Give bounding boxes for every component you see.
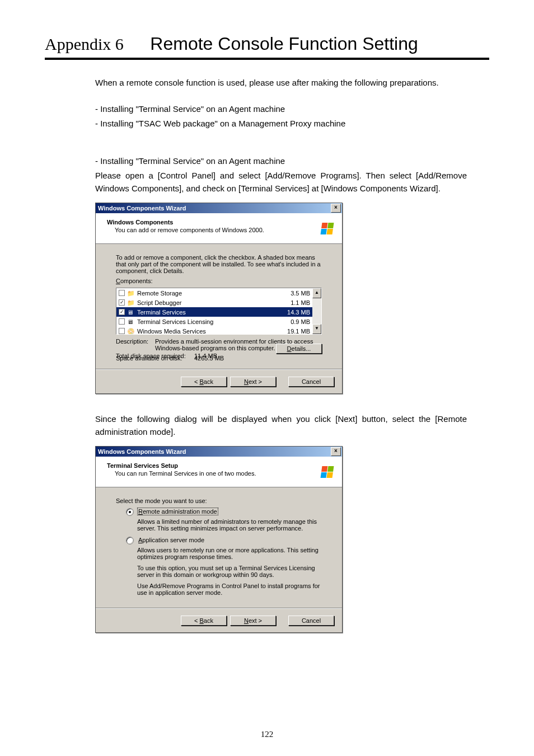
radio-button[interactable]	[126, 537, 134, 544]
intro-paragraph: When a remote console function is used, …	[95, 77, 467, 90]
folder-icon: 📁	[127, 290, 135, 297]
scrollbar-track[interactable]	[312, 298, 321, 324]
dialog-content: Select the mode you want to use: Remote …	[96, 487, 342, 608]
dialog-banner: Windows Components You can add or remove…	[96, 213, 342, 244]
item-size: 3.5 MB	[282, 290, 310, 297]
radio-description: Allows users to remotely run one or more…	[137, 547, 322, 560]
banner-subtitle: You can run Terminal Services in one of …	[115, 470, 314, 477]
section-paragraph: Please open a [Control Panel] and select…	[95, 170, 467, 195]
components-listbox[interactable]: 📁 Remote Storage 3.5 MB ✓ 📁 Script Debug…	[116, 288, 322, 335]
wizard-dialog-2: Windows Components Wizard × Terminal Ser…	[95, 446, 343, 633]
cancel-button[interactable]: Cancel	[288, 616, 334, 626]
back-button[interactable]: < Back	[181, 377, 227, 387]
page-heading: Appendix 6 Remote Console Function Setti…	[45, 34, 489, 60]
list-item[interactable]: 📁 Remote Storage 3.5 MB	[116, 288, 312, 298]
radio-button[interactable]	[126, 508, 134, 516]
bullet-1: - Installing "Terminal Service" on an Ag…	[95, 103, 467, 116]
scroll-down-icon[interactable]: ▼	[312, 324, 321, 334]
banner-title: Windows Components	[107, 219, 314, 226]
dialog-title: Windows Components Wizard	[98, 205, 186, 212]
media-icon: 📀	[127, 328, 135, 335]
components-label: Components:	[116, 278, 322, 284]
item-name: Terminal Services	[137, 309, 282, 316]
radio-label: Application server mode	[137, 536, 205, 544]
scroll-up-icon[interactable]: ▲	[312, 288, 321, 298]
dialog-banner: Terminal Services Setup You can run Term…	[96, 457, 342, 487]
next-button[interactable]: Next >	[230, 377, 276, 387]
checkbox[interactable]	[119, 290, 125, 296]
item-name: Windows Media Services	[137, 328, 282, 335]
bullet-2: - Installing "TSAC Web package" on a Man…	[95, 118, 467, 130]
checkbox[interactable]	[119, 318, 125, 325]
checkbox[interactable]	[119, 328, 125, 334]
terminal-icon: 🖥	[127, 309, 135, 316]
radio-description: To use this option, you must set up a Te…	[137, 565, 322, 578]
item-size: 0.9 MB	[282, 318, 310, 325]
heading-title: Remote Console Function Setting	[150, 34, 418, 54]
dialog-footer: < Back Next > Cancel	[96, 369, 342, 393]
radio-option-remote[interactable]: Remote administration mode	[126, 508, 322, 516]
list-item[interactable]: 🖥 Terminal Services Licensing 0.9 MB	[116, 317, 312, 326]
titlebar[interactable]: Windows Components Wizard ×	[96, 447, 342, 457]
select-mode-label: Select the mode you want to use:	[116, 497, 322, 504]
back-button[interactable]: < Back	[181, 616, 227, 626]
scrollbar[interactable]: ▲ ▼	[312, 288, 321, 334]
dialog-footer: < Back Next > Cancel	[96, 608, 342, 632]
page-number: 122	[0, 730, 534, 739]
body-text: Since the following dialog will be displ…	[95, 402, 467, 438]
item-name: Terminal Services Licensing	[137, 318, 282, 325]
radio-label: Remote administration mode	[137, 508, 218, 515]
terminal-icon: 🖥	[127, 318, 135, 325]
item-size: 19.1 MB	[282, 328, 310, 335]
body-text: When a remote console function is used, …	[95, 77, 467, 195]
document-page: Appendix 6 Remote Console Function Setti…	[0, 0, 534, 756]
banner-subtitle: You can add or remove components of Wind…	[115, 227, 314, 233]
close-icon[interactable]: ×	[331, 204, 341, 213]
next-button[interactable]: Next >	[230, 616, 276, 626]
dialog-title: Windows Components Wizard	[98, 448, 186, 455]
radio-option-appserver[interactable]: Application server mode	[126, 536, 322, 544]
wizard-dialog-1: Windows Components Wizard × Windows Comp…	[95, 203, 343, 394]
details-button[interactable]: Details...	[276, 344, 322, 354]
close-icon[interactable]: ×	[331, 447, 341, 456]
appendix-label: Appendix 6	[45, 35, 124, 53]
item-size: 14.3 MB	[282, 309, 310, 316]
banner-title: Terminal Services Setup	[107, 462, 314, 469]
instruction-text: To add or remove a component, click the …	[116, 254, 322, 274]
cancel-button[interactable]: Cancel	[288, 377, 334, 387]
section-heading: - Installing "Terminal Service" on an Ag…	[95, 155, 467, 168]
item-name: Script Debugger	[137, 299, 282, 306]
list-item[interactable]: 📀 Windows Media Services 19.1 MB	[116, 326, 312, 334]
folder-icon: 📁	[127, 299, 135, 306]
radio-description: Use Add/Remove Programs in Control Panel…	[137, 583, 322, 596]
item-name: Remote Storage	[137, 290, 282, 297]
windows-logo-icon	[317, 462, 336, 481]
checkbox[interactable]: ✓	[119, 309, 125, 315]
desc-label: Description:	[116, 338, 155, 351]
disk-avail-row: Space available on disk: 4265.5 MB	[116, 355, 322, 361]
titlebar[interactable]: Windows Components Wizard ×	[96, 203, 342, 213]
list-item[interactable]: ✓ 📁 Script Debugger 1.1 MB	[116, 298, 312, 307]
windows-logo-icon	[317, 219, 336, 238]
dialog-content: To add or remove a component, click the …	[96, 244, 342, 369]
disk-avail-label: Space available on disk:	[116, 355, 194, 361]
mid-paragraph: Since the following dialog will be displ…	[95, 413, 467, 438]
radio-description: Allows a limited number of administrator…	[137, 518, 322, 532]
disk-avail-value: 4265.5 MB	[194, 355, 233, 361]
list-item[interactable]: ✓ 🖥 Terminal Services 14.3 MB	[116, 307, 312, 317]
item-size: 1.1 MB	[282, 299, 310, 306]
checkbox[interactable]: ✓	[119, 299, 125, 306]
